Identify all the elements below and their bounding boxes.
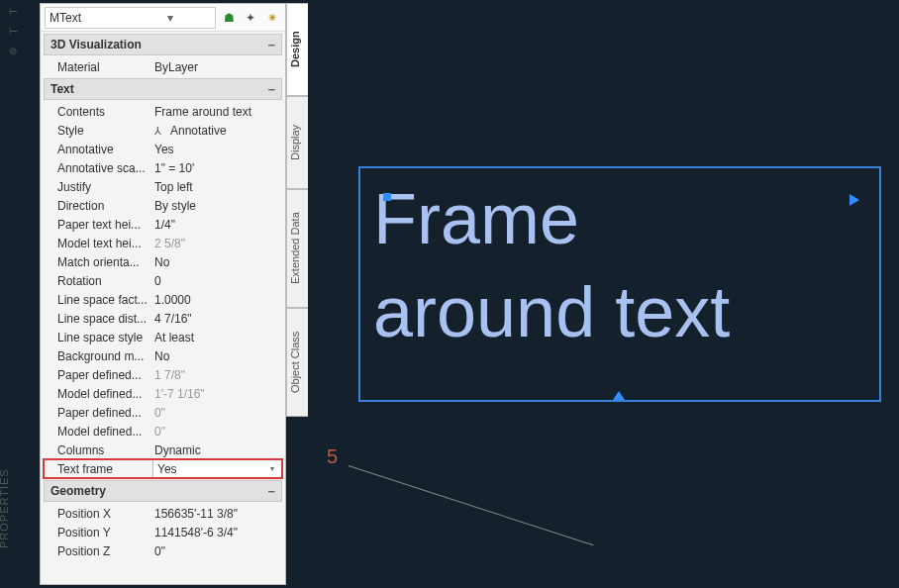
panel-body: 3D Visualization − Material ByLayer Text… [41, 32, 285, 584]
row-model-defined-width[interactable]: Model defined... 1'-7 1/16" [44, 384, 282, 403]
prop-value: Dynamic [152, 443, 282, 457]
prop-label: Paper text hei... [57, 218, 152, 232]
prop-value: 1 7/8" [152, 368, 282, 382]
prop-label: Style [57, 124, 152, 138]
prop-label: Position Z [57, 544, 152, 558]
row-annotative-scale[interactable]: Annotative sca... 1" = 10' [44, 158, 282, 177]
annotative-icon: ⅄ [154, 125, 168, 138]
prop-label: Line space fact... [57, 293, 152, 307]
toggle-pim-icon[interactable]: ✷ [263, 9, 281, 27]
row-paper-defined-height[interactable]: Paper defined... 0" [44, 403, 282, 422]
prop-label: Line space style [57, 331, 152, 344]
mtext-content[interactable]: Frame around text [373, 173, 730, 358]
tab-design[interactable]: Design [286, 3, 308, 96]
prop-label: Paper defined... [57, 368, 152, 382]
drawing-canvas[interactable]: Frame around text 5 [309, 0, 899, 588]
prop-label: Model text hei... [57, 237, 152, 250]
prop-value: 1141548'-6 3/4" [152, 526, 282, 539]
row-justify[interactable]: Justify Top left [44, 177, 282, 196]
prop-value: At least [152, 331, 282, 344]
prop-label: Background m... [57, 349, 152, 363]
section-3d-visualization[interactable]: 3D Visualization − [44, 34, 282, 55]
grip-arrow-right[interactable] [849, 194, 859, 206]
row-annotative[interactable]: Annotative Yes [44, 140, 282, 158]
prop-value: 0" [152, 425, 282, 439]
row-material[interactable]: Material ByLayer [44, 57, 282, 76]
row-contents[interactable]: Contents Frame around text [44, 102, 282, 121]
collapse-icon: − [267, 38, 275, 52]
row-background-mask[interactable]: Background m... No [44, 346, 282, 365]
pin-icon[interactable]: ⊢ [4, 2, 22, 20]
grip-top-left[interactable] [383, 193, 391, 201]
prop-value: 1" = 10' [152, 161, 282, 175]
prop-value: No [152, 255, 282, 269]
prop-label: Contents [57, 105, 152, 119]
section-text[interactable]: Text − [44, 78, 282, 100]
row-rotation[interactable]: Rotation 0 [44, 271, 282, 290]
collapse-icon: − [267, 484, 275, 499]
text-frame-dropdown[interactable]: Yes ▾ [152, 459, 282, 478]
prop-label: Paper defined... [57, 406, 152, 420]
section-label: Geometry [50, 484, 106, 498]
tab-display[interactable]: Display [286, 96, 308, 189]
tab-object-class[interactable]: Object Class [286, 308, 308, 417]
row-match-orientation[interactable]: Match orienta... No [44, 252, 282, 271]
prop-label: Columns [57, 443, 152, 457]
pick-point-icon[interactable]: ✦ [242, 9, 259, 27]
close-icon[interactable]: ⊘ [4, 42, 22, 59]
row-line-space-style[interactable]: Line space style At least [44, 328, 282, 346]
quick-select-icon[interactable]: ☗ [220, 9, 238, 27]
panel-title-vertical: PROPERTIES [0, 468, 10, 548]
prop-value: ⅄Annotative [152, 124, 282, 138]
prop-label: Direction [57, 199, 152, 213]
row-position-y[interactable]: Position Y 1141548'-6 3/4" [44, 523, 282, 541]
properties-panel: MText ▾ ☗ ✦ ✷ 3D Visualization − Materia… [40, 3, 286, 585]
prop-value: 0 [152, 274, 282, 288]
section-geometry[interactable]: Geometry − [44, 480, 282, 502]
prop-value: Yes [152, 143, 282, 156]
object-type-value: MText [50, 11, 131, 25]
prop-value: 4 7/16" [152, 312, 282, 326]
leader-line [349, 465, 594, 545]
tab-extended-data[interactable]: Extended Data [286, 189, 308, 308]
arrow-icon[interactable]: ⊢ [4, 22, 22, 40]
prop-value: By style [152, 199, 282, 213]
panel-header: MText ▾ ☗ ✦ ✷ [41, 4, 285, 32]
prop-label: Rotation [57, 274, 152, 288]
row-paper-text-height[interactable]: Paper text hei... 1/4" [44, 215, 282, 234]
side-tabs: Design Display Extended Data Object Clas… [286, 3, 308, 417]
row-direction[interactable]: Direction By style [44, 196, 282, 215]
prop-label: Model defined... [57, 387, 152, 401]
prop-value: 1.0000 [152, 293, 282, 307]
dimension-number: 5 [327, 445, 338, 468]
prop-label: Line space dist... [57, 312, 152, 326]
object-type-selector[interactable]: MText ▾ [45, 7, 216, 29]
row-paper-defined-width[interactable]: Paper defined... 1 7/8" [44, 365, 282, 384]
prop-value: No [152, 349, 282, 363]
prop-value: 156635'-11 3/8" [152, 507, 282, 521]
prop-label: Position X [57, 507, 152, 521]
row-model-defined-height[interactable]: Model defined... 0" [44, 422, 282, 441]
prop-label: Model defined... [57, 425, 152, 439]
row-style[interactable]: Style ⅄Annotative [44, 121, 282, 140]
collapse-icon: − [267, 82, 275, 97]
prop-label: Text frame [57, 462, 152, 476]
row-position-x[interactable]: Position X 156635'-11 3/8" [44, 504, 282, 523]
section-label: 3D Visualization [50, 38, 142, 51]
row-columns[interactable]: Columns Dynamic [44, 441, 282, 459]
prop-label: Justify [57, 180, 152, 194]
grip-bottom-center[interactable] [613, 391, 625, 400]
row-text-frame[interactable]: Text frame Yes ▾ [44, 459, 282, 478]
prop-label: Match orienta... [57, 255, 152, 269]
row-model-text-height[interactable]: Model text hei... 2 5/8" [44, 234, 282, 252]
prop-label: Material [57, 60, 152, 74]
row-line-space-factor[interactable]: Line space fact... 1.0000 [44, 290, 282, 309]
row-position-z[interactable]: Position Z 0" [44, 541, 282, 560]
prop-label: Annotative [57, 143, 152, 156]
prop-label: Annotative sca... [57, 161, 152, 175]
section-label: Text [50, 82, 74, 96]
row-line-space-distance[interactable]: Line space dist... 4 7/16" [44, 309, 282, 328]
prop-value: Frame around text [152, 105, 282, 119]
prop-label: Position Y [57, 526, 152, 539]
prop-value: Yes [157, 462, 177, 476]
